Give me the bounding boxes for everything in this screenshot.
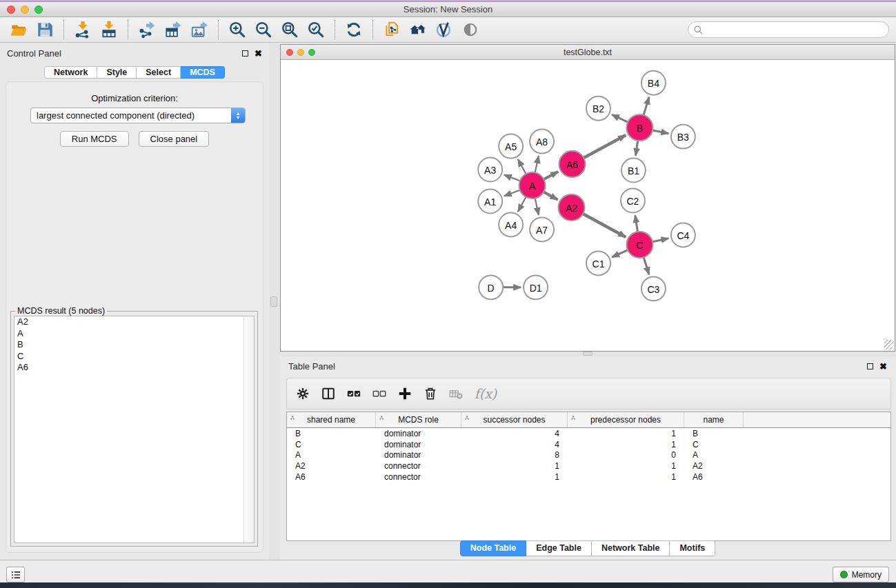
tab-select[interactable]: Select xyxy=(137,66,181,79)
node-B1[interactable]: B1 xyxy=(621,159,646,183)
table-cell[interactable]: 0 xyxy=(568,450,684,460)
node-D[interactable]: D xyxy=(479,275,503,299)
memory-button[interactable]: Memory xyxy=(833,567,889,582)
delete-column-button[interactable] xyxy=(420,382,441,405)
table-row[interactable]: Bdominator41B xyxy=(287,428,890,439)
first-neighbors-button[interactable] xyxy=(406,19,430,41)
table-row[interactable]: Cdominator41C xyxy=(287,439,890,450)
table-cell[interactable]: 4 xyxy=(461,429,568,438)
import-network-button[interactable] xyxy=(71,19,94,41)
mcds-result-item[interactable]: A2 xyxy=(14,316,254,328)
table-cell[interactable]: A xyxy=(287,450,376,460)
node-B3[interactable]: B3 xyxy=(671,125,695,149)
mcds-result-list[interactable]: A2ABCA6 xyxy=(14,316,255,543)
node-A[interactable]: A xyxy=(519,172,546,199)
table-cell[interactable]: 1 xyxy=(568,440,684,449)
duplicate-network-button[interactable] xyxy=(380,19,404,41)
split-handle[interactable] xyxy=(270,296,277,307)
table-cell[interactable]: B xyxy=(287,429,376,438)
show-details-button[interactable] xyxy=(459,19,482,41)
node-A3[interactable]: A3 xyxy=(478,158,502,182)
node-C[interactable]: C xyxy=(626,232,653,258)
split-handle[interactable] xyxy=(583,352,593,356)
node-A6[interactable]: A6 xyxy=(559,151,586,177)
save-session-button[interactable] xyxy=(33,19,57,41)
zoom-out-button[interactable] xyxy=(252,19,275,41)
export-network-button[interactable] xyxy=(135,19,159,41)
table-cell[interactable]: dominator xyxy=(376,450,461,460)
table-row[interactable]: A6connector11A6 xyxy=(287,472,890,483)
tab-edge-table[interactable]: Edge Table xyxy=(526,540,592,556)
search-input[interactable] xyxy=(704,25,888,34)
node-A8[interactable]: A8 xyxy=(530,130,554,154)
table-cell[interactable]: A xyxy=(684,450,744,460)
column-header-successor-nodes[interactable]: successor nodes xyxy=(461,412,568,427)
column-header-name[interactable]: name xyxy=(684,412,744,427)
table-cell[interactable]: 1 xyxy=(461,461,568,471)
close-panel-icon[interactable]: ✖ xyxy=(879,362,887,371)
node-C4[interactable]: C4 xyxy=(671,223,695,247)
export-image-button[interactable] xyxy=(188,19,211,41)
select-all-button[interactable] xyxy=(344,382,364,405)
tab-style[interactable]: Style xyxy=(97,66,137,79)
refresh-button[interactable] xyxy=(342,19,366,41)
close-panel-icon[interactable]: ✖ xyxy=(255,49,262,58)
scrollbar-track[interactable] xyxy=(243,316,254,543)
node-D1[interactable]: D1 xyxy=(524,275,548,299)
mcds-result-item[interactable]: A xyxy=(14,328,254,340)
tab-network-table[interactable]: Network Table xyxy=(592,540,670,556)
table-cell[interactable]: 4 xyxy=(461,440,568,449)
table-cell[interactable]: A2 xyxy=(684,461,744,471)
mcds-result-item[interactable]: B xyxy=(14,339,254,351)
export-table-button[interactable] xyxy=(161,19,185,41)
mcds-result-item[interactable]: A6 xyxy=(14,362,254,374)
node-A7[interactable]: A7 xyxy=(530,217,554,241)
criterion-select[interactable]: largest connected component (directed) ▲… xyxy=(30,108,246,123)
zoom-selected-button[interactable] xyxy=(304,19,328,41)
settings-gear-button[interactable] xyxy=(292,382,313,405)
column-header-MCDS-role[interactable]: MCDS role xyxy=(376,412,461,427)
node-B[interactable]: B xyxy=(626,114,653,141)
task-history-button[interactable] xyxy=(6,567,25,582)
network-canvas[interactable]: B4B2BB3A8A5A6A3B1AC2A1A2A4A7C4CC1C3DD1 xyxy=(281,60,895,350)
open-session-button[interactable] xyxy=(7,19,30,41)
tab-network[interactable]: Network xyxy=(44,66,97,79)
node-A4[interactable]: A4 xyxy=(499,212,523,236)
column-header-predecessor-nodes[interactable]: predecessor nodes xyxy=(568,412,684,427)
float-panel-icon[interactable] xyxy=(867,363,873,369)
table-cell[interactable]: 1 xyxy=(461,472,568,482)
node-C3[interactable]: C3 xyxy=(641,276,666,301)
table-cell[interactable]: dominator xyxy=(376,429,461,438)
table-cell[interactable]: dominator xyxy=(376,440,461,449)
table-cell[interactable]: A6 xyxy=(287,472,376,482)
zoom-in-button[interactable] xyxy=(226,19,249,41)
tab-mcds[interactable]: MCDS xyxy=(181,66,225,79)
table-cell[interactable]: 1 xyxy=(568,472,684,482)
node-A2[interactable]: A2 xyxy=(559,194,585,221)
hide-details-button[interactable] xyxy=(432,19,456,41)
table-cell[interactable]: A2 xyxy=(287,461,376,471)
column-layout-button[interactable] xyxy=(318,382,339,405)
zoom-fit-button[interactable] xyxy=(278,19,301,41)
table-cell[interactable]: C xyxy=(287,440,376,449)
tab-motifs[interactable]: Motifs xyxy=(670,540,715,556)
table-row[interactable]: A2connector11A2 xyxy=(287,460,890,472)
node-table[interactable]: shared nameMCDS rolesuccessor nodesprede… xyxy=(286,412,891,541)
mcds-result-item[interactable]: C xyxy=(14,351,254,363)
horizontal-split-divider[interactable] xyxy=(279,352,896,356)
table-cell[interactable]: A6 xyxy=(684,472,744,482)
node-B2[interactable]: B2 xyxy=(586,97,610,121)
tab-node-table[interactable]: Node Table xyxy=(460,540,526,556)
table-row[interactable]: Adominator80A xyxy=(287,449,890,460)
search-field[interactable] xyxy=(688,21,889,38)
run-mcds-button[interactable]: Run MCDS xyxy=(60,131,129,147)
resize-grip-icon[interactable] xyxy=(884,340,894,349)
column-header-shared-name[interactable]: shared name xyxy=(287,412,376,427)
deselect-all-button[interactable] xyxy=(369,382,390,405)
table-cell[interactable]: C xyxy=(684,440,744,449)
table-cell[interactable]: 1 xyxy=(568,461,684,471)
network-graph[interactable]: B4B2BB3A8A5A6A3B1AC2A1A2A4A7C4CC1C3DD1 xyxy=(281,60,895,350)
node-A5[interactable]: A5 xyxy=(499,134,523,159)
network-window-titlebar[interactable]: testGlobe.txt xyxy=(281,45,895,60)
add-column-button[interactable] xyxy=(395,382,415,405)
